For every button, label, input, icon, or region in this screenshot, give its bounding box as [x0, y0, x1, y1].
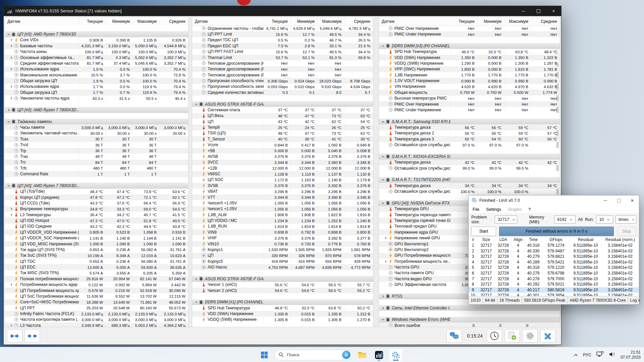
sensor-row[interactable]: Trc84 T84 T84 T	[5, 160, 188, 165]
sensor-row[interactable]: VMISC1.128 В1.119 В1.137 В1.132 В	[192, 171, 373, 177]
sensor-row[interactable]: Общая загрузка ЦП1.9 %0.5 %100.0 %70.4 %	[5, 78, 188, 83]
sensor-row[interactable]: Trfc480 T480 T480 T	[5, 165, 188, 171]
sensor-row[interactable]: Температура диска 256 °C56 °C59 °C57 °C	[379, 130, 560, 136]
sensor-group-header[interactable]: Windows Hardware Errors (WHEA)	[379, 317, 560, 322]
report-button[interactable]	[504, 329, 520, 343]
sensor-group-header[interactable]: ЦП [#0]: AMD Ryzen 7 7800X3D:...	[5, 107, 188, 113]
sensor-row[interactable]: +12В12.000 В12.000 В12.000 В12.000 В	[192, 165, 373, 171]
sensor-row[interactable]: Tras48 T48 T48 T	[5, 154, 188, 159]
sensor-row[interactable]: Корпус11,530 RPM1,505 RPM1,826 RPM1,681 …	[192, 247, 373, 252]
sensor-group-header[interactable]: ЦП [#0]: AMD Ryzen 7 7800X3D:...	[5, 183, 188, 188]
expand-chevron-icon[interactable]	[194, 300, 198, 304]
linx-table-row[interactable]: 83271732728440.292579.50219.511895e-103.…	[469, 282, 639, 287]
sensor-row[interactable]: Корпус ЦП (среднее)47.8 °C47.2 °C72.1 °C…	[5, 194, 188, 200]
linx-maximize-button[interactable]	[612, 195, 626, 205]
sensor-row[interactable]: Умножители частоты ядра43.3 x31.5 x50.5 …	[5, 96, 188, 101]
sensor-row[interactable]: Core VIDs0.909 В0.390 В1.105 В0.926 В	[5, 37, 188, 43]
linx-table-row[interactable]: 73271732728440.278579.70009.511895e-103.…	[469, 276, 639, 282]
run-times-select[interactable]: times	[615, 216, 636, 224]
sensor-row[interactable]: ЦП43 °C42 °C62 °C54 °C	[192, 119, 373, 124]
sensor-row[interactable]: PMIC Under НапряжениеНетНетНетНет	[379, 31, 560, 37]
sensor-row[interactable]: ЦП Весь48 °C47 °C73 °C63 °C	[192, 113, 373, 119]
sensor-row[interactable]: 1.0V VOUT Напряжение0.990 В0.990 В0.990 …	[379, 78, 560, 83]
sensor-row[interactable]: VDD (SWA) Напряжение1.350 В0.000 В1.350 …	[379, 55, 560, 60]
sensor-row[interactable]: +5В5.000 В5.000 В5.040 В5.008 В	[192, 148, 373, 154]
sensor-row[interactable]: Потребляемая мощность ядер0.122 W0.002 W…	[5, 282, 188, 288]
sensor-row[interactable]: Оставшийся срок службы диска99.0 %99.0 %…	[379, 165, 560, 171]
sensor-row[interactable]: Thermal Limit53.7 %53.1 %81.0 %69.8 %	[192, 55, 373, 60]
expand-chevron-icon[interactable]	[381, 306, 385, 310]
sensor-row[interactable]: Core+SoC+MISC Потребляемая...18.288 W13.…	[5, 299, 188, 305]
sensor-group-header[interactable]: DDR5 DIMM [#1] (P0 CHANNEL A...	[192, 299, 373, 305]
sensor-row[interactable]: Тепловое дросселирование (PR...НетНетНет	[192, 72, 373, 78]
sensor-row[interactable]: Корпус5418 RPM416 RPM555 RPM428 RPM	[192, 258, 373, 264]
sensor-row[interactable]: Базовые частоты4,331.3 МГц3,150.0 МГц5,0…	[5, 43, 188, 49]
linx-minimize-button[interactable]	[599, 195, 612, 205]
column-header[interactable]: Максимум	[317, 19, 344, 24]
expand-chevron-icon[interactable]	[9, 84, 13, 88]
sensor-row[interactable]: ЦП PPT Limit15.6 %12.7 %49.5 %34.4 %	[192, 31, 373, 37]
sensor-row[interactable]: Оставшийся срок службы диска97.0 %97.0 %…	[379, 142, 560, 148]
sensor-row[interactable]: Чипсет 1 (xHCI)55.6 °C54.6 °C56.5 °C55.7…	[192, 282, 373, 288]
column-header[interactable]: Текущее	[264, 19, 290, 24]
sensor-row[interactable]: Vcore0.844 В0.417 В1.092 В0.949 В	[192, 142, 373, 148]
sensor-row[interactable]: VTT3.344 В3.344 В3.360 В3.345 В	[192, 194, 373, 200]
linx-table-row[interactable]: 63271732728440.279579.67989.511895e-103.…	[469, 270, 639, 276]
menu-file[interactable]: File	[473, 207, 479, 212]
sensor-row[interactable]: Средняя эффективная частота81.7 МГц37.4 …	[5, 60, 188, 66]
sensor-row[interactable]: ЦП PPT25.203 W20.548 W80.160 W55.673 W	[5, 305, 188, 311]
menu-graphs[interactable]: Graphs	[508, 207, 522, 212]
sensor-row[interactable]: Тепловое дросселирование (HTC)НетНетНет	[192, 60, 373, 66]
sensor-row[interactable]: AIO Насос4,753 RPM4,687 RPM4,838 RPM4,77…	[192, 264, 373, 270]
clock-button[interactable]	[487, 329, 502, 343]
expand-chevron-icon[interactable]	[381, 44, 385, 48]
column-header[interactable]: Максимум	[504, 19, 531, 24]
expand-chevron-icon[interactable]	[383, 259, 388, 263]
sensor-row[interactable]: Умножитель тактовой частоты...30.00 x30.…	[5, 130, 188, 136]
sensor-row[interactable]: Temp925 °C24 °C26 °C25 °C	[192, 124, 373, 130]
column-header[interactable]: Датчик	[379, 19, 450, 24]
expand-chevron-icon[interactable]	[381, 294, 385, 298]
sensor-row[interactable]: Тепловое дросселирование (PR...НетНетНет	[192, 66, 373, 72]
minimize-button[interactable]	[516, 6, 531, 16]
sensor-row[interactable]: L3 Частота3,349.9 МГц689.3 МГц5,053.2 МГ…	[5, 322, 188, 327]
expand-chevron-icon[interactable]	[381, 120, 385, 124]
expand-chevron-icon[interactable]	[9, 213, 13, 217]
menu-settings[interactable]: Settings	[486, 207, 501, 212]
sensor-row[interactable]: VBAT3.296 В3.296 В3.296 В3.296 В	[192, 189, 373, 194]
expand-chevron-icon[interactable]	[9, 323, 13, 327]
column-header[interactable]: Текущее	[450, 19, 477, 24]
sensor-row[interactable]: Infinity Fabric Частота (FCLK)2,133.0 МГ…	[5, 311, 188, 316]
expand-chevron-icon[interactable]	[381, 317, 385, 321]
expand-chevron-icon[interactable]	[9, 67, 13, 71]
sensor-group-header[interactable]: S.M.A.R.T.: TS1TMTE220S (H476...	[379, 177, 560, 183]
settings-gear-button[interactable]	[522, 329, 538, 343]
expand-chevron-icon[interactable]	[381, 201, 385, 205]
sensor-row[interactable]: Ток SoC (SVI3 TFN)10.199 А8.349 А12.019 …	[5, 253, 188, 258]
sensor-row[interactable]: ЦП TDC0.652 А0.236 А56.080 А31.761 А	[5, 258, 188, 264]
sensor-group-header[interactable]: ЦП [#0]: AMD Ryzen 7 7800X3D	[5, 31, 188, 37]
sensor-row[interactable]: Полная потребляемая мощност...25.816 W20…	[5, 276, 188, 282]
sensor-row[interactable]: Использование ядра1.9 %0.0 %100.0 %70.4 …	[5, 66, 188, 72]
sensor-group-header[interactable]: Сеть: Intel Ethernet Controller I...	[379, 305, 560, 311]
column-header[interactable]: Датчик	[192, 19, 264, 24]
sensor-row[interactable]: AVSB3.376 В3.376 В3.376 В3.376 В	[192, 154, 373, 159]
sensor-row[interactable]: ЦП EDC13.500 А5.000 А59.500 А38.635 А	[5, 264, 188, 270]
linx-table-row[interactable]: 43271732728440.289579.54219.511895e-103.…	[469, 259, 639, 265]
memory-select[interactable]: 8192	[554, 216, 576, 224]
language-indicator[interactable]: РУС	[583, 353, 591, 357]
sensor-row[interactable]: ЦП IOD Hotspot47.3 °C47.0 °C51.8 °C49.5 …	[5, 218, 188, 223]
sensor-group-header[interactable]: ASUS ROG STRIX X670E-F GAMIN...	[192, 101, 373, 107]
search-input[interactable]: Поиск b	[274, 350, 352, 360]
sensor-row[interactable]: Внутренние температуры34.8 °C33.3 °C69.0…	[5, 206, 188, 212]
sensor-row[interactable]: VDDQ (SWB) Напряжение1.305 В0.015 В1.305…	[192, 317, 373, 322]
sensor-row[interactable]: Температура диска 356 °C54 °C60 °C56 °C	[379, 136, 560, 142]
sensor-row[interactable]: ЦП SOC1.172 В1.163 В1.190 В1.179 В	[192, 177, 373, 183]
sensor-row[interactable]: Предел TDC ЦП0.5 %0.2 %46.7 %26.5 %	[192, 37, 373, 43]
sensor-row[interactable]: Trp36 T36 T36 T	[5, 148, 188, 154]
run-count-select[interactable]: 10	[596, 216, 613, 224]
expand-chevron-icon[interactable]	[381, 155, 385, 159]
sensor-row[interactable]: PMIC Over НапряжениеНетНетНетНет	[379, 101, 560, 107]
expand-chevron-icon[interactable]	[6, 108, 11, 112]
close-button[interactable]: ×	[546, 6, 561, 16]
